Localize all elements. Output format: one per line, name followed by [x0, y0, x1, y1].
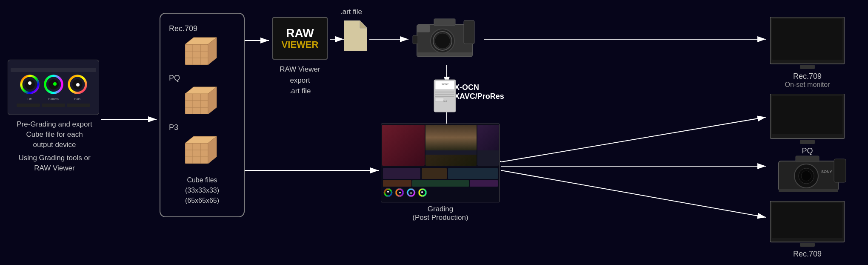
monitor-rec709-bottom-label: Rec.709: [770, 250, 845, 259]
svg-rect-25: [185, 44, 208, 65]
svg-rect-92: [834, 159, 846, 182]
svg-marker-47: [360, 20, 367, 28]
svg-point-90: [801, 171, 811, 181]
svg-text:SONY: SONY: [821, 170, 832, 174]
monitor-onset-icon: [770, 17, 845, 70]
svg-rect-52: [434, 19, 455, 26]
svg-rect-96: [772, 203, 842, 238]
svg-rect-32: [185, 94, 208, 114]
svg-point-24: [76, 83, 80, 86]
art-file-doc-icon: [344, 20, 367, 51]
gamma-wheel: Gamma: [43, 74, 64, 101]
svg-rect-91: [796, 156, 819, 162]
cube-p3-icon: [185, 135, 219, 164]
svg-rect-59: [435, 92, 454, 92]
cube-rec709-row: Rec.709: [165, 24, 240, 65]
cube-pq-row: PQ: [165, 74, 240, 114]
xocn-label: X-OCN XAVC/ProRes: [454, 83, 504, 101]
raw-viewer-box: RAW VIEWER: [272, 17, 328, 60]
svg-point-50: [435, 33, 450, 49]
nle-label: Grading (Post Production): [381, 205, 500, 222]
grading-tool-section: Lift: [8, 60, 101, 173]
svg-rect-97: [800, 243, 815, 247]
cube-box-section: Rec.709 PQ: [160, 13, 245, 217]
cube-p3-label: P3: [165, 123, 178, 132]
grading-tool-label: Pre-Grading and export Cube file for eac…: [8, 119, 101, 173]
svg-point-76: [410, 192, 412, 194]
svg-rect-86: [800, 140, 815, 144]
monitor-onset-section: Rec.709 On-set monitor: [770, 17, 845, 89]
lift-wheel: Lift: [19, 74, 40, 101]
diagram: Lift: [0, 0, 868, 265]
svg-point-68: [387, 191, 389, 193]
svg-line-10: [501, 117, 766, 162]
color-wheels-row: Lift: [19, 74, 88, 101]
svg-rect-54: [417, 25, 430, 32]
raw-viewer-logo: RAW VIEWER: [282, 27, 319, 50]
monitor-rec709-bottom-icon: [770, 201, 845, 248]
svg-rect-85: [772, 96, 842, 134]
svg-rect-83: [800, 65, 815, 69]
svg-rect-56: [417, 52, 472, 56]
nle-screen: [381, 124, 500, 202]
cube-rec709-label: Rec.709: [165, 24, 197, 33]
memory-card-icon: SONY SxS: [433, 79, 457, 113]
cube-pq-icon: [185, 85, 219, 114]
svg-text:SxS: SxS: [443, 100, 447, 103]
camera-icon: [408, 12, 483, 67]
raw-viewer-label: RAW Viewer export .art file: [268, 64, 332, 97]
svg-rect-94: [779, 189, 838, 192]
nle-section: Grading (Post Production): [381, 124, 500, 209]
cube-files-label: Cube files (33x33x33) (65x65x65): [185, 175, 219, 206]
svg-rect-62: [435, 98, 444, 101]
svg-point-72: [399, 192, 401, 193]
svg-rect-53: [464, 20, 474, 44]
svg-rect-61: [435, 96, 454, 97]
grading-wheels-panel: Lift: [8, 60, 99, 115]
svg-rect-39: [185, 143, 208, 164]
svg-point-20: [53, 82, 57, 86]
svg-rect-82: [772, 19, 842, 60]
monitor-pq-section: PQ: [770, 94, 845, 156]
art-file-label: .art file: [340, 8, 362, 16]
monitor-pq-icon: [770, 94, 845, 145]
gain-wheel: Gain: [67, 74, 88, 101]
svg-point-16: [28, 81, 31, 85]
cube-p3-row: P3: [165, 123, 240, 164]
svg-text:SONY: SONY: [441, 83, 448, 86]
cube-rec709-icon: [185, 36, 219, 65]
sony-camera-p3-icon: SONY: [774, 153, 851, 202]
svg-point-80: [421, 191, 423, 193]
cube-pq-label: PQ: [165, 74, 180, 83]
svg-line-12: [501, 170, 766, 217]
monitor-onset-rec709-label: Rec.709: [770, 72, 845, 81]
svg-rect-55: [413, 35, 418, 44]
monitor-onset-sublabel: On-set monitor: [770, 81, 845, 89]
svg-rect-60: [435, 94, 454, 95]
monitor-rec709-bottom-section: Rec.709: [770, 201, 845, 259]
